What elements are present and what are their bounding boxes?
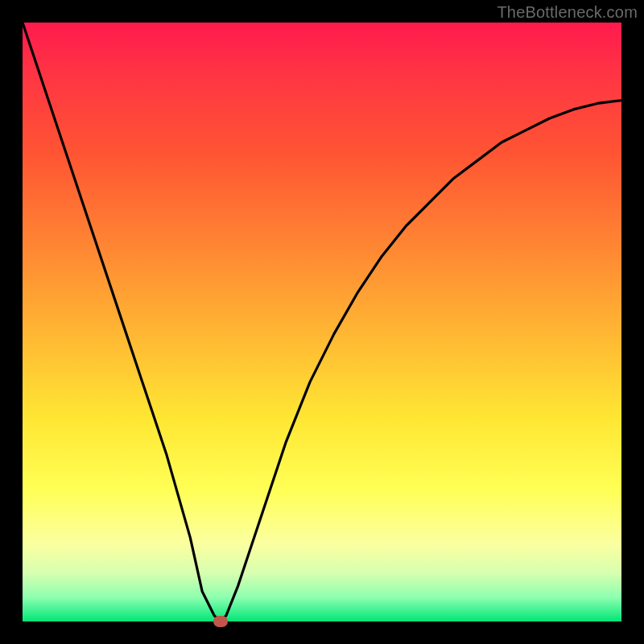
watermark-text: TheBottleneck.com: [497, 3, 638, 22]
curve-svg: [23, 23, 621, 621]
plot-area: [23, 23, 621, 621]
chart-frame: TheBottleneck.com: [0, 0, 644, 644]
optimal-point-marker: [213, 616, 228, 627]
bottleneck-curve: [23, 23, 621, 621]
